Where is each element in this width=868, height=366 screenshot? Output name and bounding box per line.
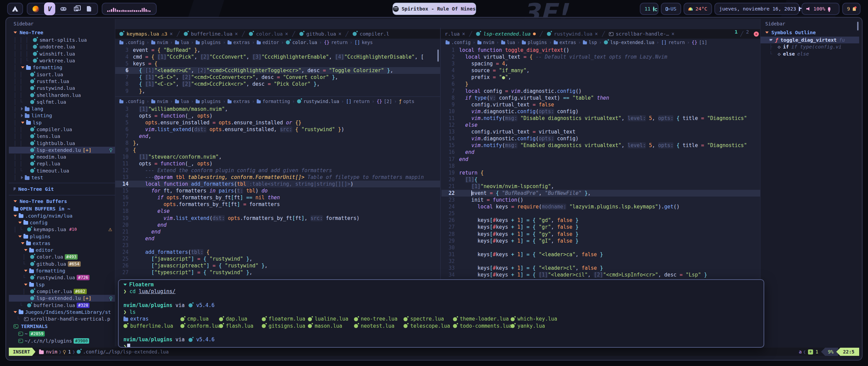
tree-row[interactable]: └ github.lua#654	[9, 261, 115, 267]
breadcrumb-item[interactable]: []keys	[355, 40, 373, 45]
code-line[interactable]: 30	[441, 244, 762, 251]
code-line[interactable]: 1local function toggle_diag_virtext()	[441, 47, 762, 54]
breadcrumb-item[interactable]: nvim	[151, 99, 168, 104]
code-line[interactable]: 32	[441, 258, 762, 265]
section-header-terminals[interactable]: >_TERMINALS	[9, 322, 115, 330]
tree-row[interactable]: │ │ lens.lua	[9, 133, 115, 140]
terminal-line[interactable]	[123, 329, 764, 336]
scrollbar-handle[interactable]	[437, 49, 439, 62]
code-line[interactable]: 13 config.virtual_text = virtual_text	[441, 128, 762, 135]
code-line[interactable]: 23 init = function()	[441, 197, 762, 203]
file-listing-item[interactable]: lualine.lua	[308, 316, 354, 322]
section-header-symbols-outline[interactable]: Symbols Outline	[761, 28, 859, 37]
breadcrumb-item[interactable]: nvim	[151, 40, 168, 45]
tab-r-lua[interactable]: r.lua×	[441, 29, 469, 39]
breadcrumb-item[interactable]: {}[2]	[377, 99, 392, 104]
file-listing-item[interactable]: dap.lua	[219, 316, 262, 322]
scrollbar-handle[interactable]	[857, 22, 859, 30]
file-listing-item[interactable]: telescope.lua	[403, 323, 453, 329]
file-listing-item[interactable]: gitsigns.lua	[262, 323, 308, 329]
terminal-line[interactable]: extrascmp.luadap.luafloaterm.lualualine.…	[123, 316, 764, 322]
tab-close-icon[interactable]: ×	[671, 31, 674, 37]
breadcrumb-item[interactable]: .config	[119, 99, 144, 104]
tree-row[interactable]: └ scrollbar-handle-vertical.p	[9, 316, 115, 322]
code-line[interactable]: 24 local keys = require(modname: "lazyvi…	[441, 203, 762, 210]
file-listing-item[interactable]: spectre.lua	[403, 316, 453, 322]
symbol-item[interactable]: ƒtoggle_diag_virtextfu	[761, 37, 859, 43]
code-line[interactable]: 15 vim.notify(msg: "Enabled diagnostics …	[441, 142, 762, 149]
code-line[interactable]: 26 keys[#keys + 1] = { "gd", false }	[441, 217, 762, 224]
breadcrumb-item[interactable]: extras	[228, 99, 250, 104]
tab-github-lua[interactable]: github.lua×	[295, 29, 346, 39]
tab-close-icon[interactable]: ×	[462, 31, 465, 37]
tree-row[interactable]: │ linting	[9, 112, 115, 119]
tree-row[interactable]: │ lang	[9, 105, 115, 112]
tree-row[interactable]: │ color.lua#493	[9, 253, 115, 260]
section-header-neo-tree[interactable]: Neo-Tree	[9, 28, 115, 37]
tree-row[interactable]: config	[9, 219, 115, 226]
breadcrumb-item[interactable]: editor	[257, 40, 279, 45]
code-line[interactable]: 11 vim.notify(msg: "Disable diagnostics …	[441, 115, 762, 122]
code-line[interactable]: 19return {	[441, 169, 762, 176]
file-listing-item[interactable]: extras	[123, 316, 180, 322]
breadcrumb-item[interactable]: extras	[554, 40, 576, 45]
breadcrumb-item[interactable]: .config	[446, 40, 471, 45]
terminal-line[interactable]: ❯ ls	[123, 309, 764, 316]
code-line[interactable]: 27 ["typescript"] = { "rustywind" },	[115, 269, 440, 276]
code-line[interactable]: 27 keys[#keys + 1] = { "gr", false }	[441, 224, 762, 230]
tree-row[interactable]: │ │ shellharden.lua	[9, 92, 115, 98]
code-line[interactable]: 28 keys[#keys + 1] = { "gy", false }	[441, 231, 762, 238]
tab-close-icon[interactable]: ×	[285, 31, 288, 37]
section-header-neo-tree-git[interactable]: Neo-Tree Git	[9, 185, 115, 193]
code-line[interactable]: 26 ["javascriptreact"] = { "rustywind" }…	[115, 262, 440, 269]
breadcrumb-item[interactable]: {}return	[324, 40, 348, 45]
breadcrumb-item[interactable]: lua	[501, 40, 515, 45]
code-line[interactable]: 22 end	[115, 235, 440, 242]
file-listing-item[interactable]: mason.lua	[308, 323, 354, 329]
tree-row[interactable]: │ │ lsp-extended.lu[+]	[9, 147, 115, 154]
updates-widget[interactable]: 11	[640, 3, 658, 15]
breadcrumb-item[interactable]: lsp-extended.lua	[604, 40, 654, 45]
tree-row[interactable]: └ bufferline.lua#328	[9, 302, 115, 308]
tree-row[interactable]: │ │ │ undotree.lua	[9, 43, 115, 50]
keyboard-layout-widget[interactable]: US	[661, 3, 681, 15]
breadcrumb-item[interactable]: nvim	[477, 40, 494, 45]
code-line[interactable]: 7 { [1]"<S-C>", [2]"<cmd>CccConvert<cr>"…	[115, 74, 440, 81]
terminal-line[interactable]: nvim/lua/plugins via v5.4.6	[123, 336, 764, 343]
code-line[interactable]: 25 ["javascript"] = { "rustywind" },	[115, 256, 440, 262]
terminal-line[interactable]: ❯	[123, 343, 764, 348]
tree-row[interactable]: lsp	[9, 281, 115, 288]
code-line[interactable]: 6 vim.list_extend(dst: opts.ensure_insta…	[115, 126, 440, 133]
tree-row[interactable]: Juegos/Indies/SteamLibrary/st	[9, 309, 115, 316]
code-line[interactable]: 17end	[441, 156, 762, 163]
code-line[interactable]: 15 for ft, formatters in pairs(t: tbl) d…	[115, 187, 440, 194]
tree-row[interactable]: │ test	[9, 174, 115, 181]
tree-row[interactable]: .config/nvim/lua	[9, 212, 115, 219]
code-line[interactable]: 7 end,	[115, 133, 440, 140]
editor-window-rustywind-lua[interactable]: 3 [1]"williamboman/mason.nvim",4 opts = …	[115, 106, 440, 279]
tab-scrollbar-handle-[interactable]: scrollbar-handle-…×	[605, 29, 678, 39]
tab-bufferline-lua[interactable]: bufferline.lua×	[180, 29, 242, 39]
breadcrumb-item[interactable]: []return	[346, 99, 370, 104]
code-line[interactable]: 24 add_formatters(tbl: {	[115, 249, 440, 256]
breadcrumb-item[interactable]: plugins	[196, 40, 221, 45]
code-line[interactable]: 20 end	[115, 222, 440, 228]
breadcrumb-item[interactable]: color.lua	[286, 40, 317, 45]
floaterm-window[interactable]: Floaterm❯ cd lua/plugins/ nvim/lua/plugi…	[118, 279, 764, 348]
breadcrumb-item[interactable]: formatting	[257, 99, 290, 104]
tree-row[interactable]: │ lsp	[9, 119, 115, 126]
tree-row[interactable]: └ lsp-extended.lu[+]	[9, 295, 115, 302]
file-manager-icon[interactable]	[85, 4, 93, 14]
breadcrumb-item[interactable]: lua	[175, 99, 189, 104]
symbol-item[interactable]: ├ ◇ifif type(config.vi	[761, 43, 859, 50]
file-listing-item[interactable]: yanky.lua	[511, 323, 561, 329]
code-line[interactable]: 9 },	[115, 88, 440, 95]
volume-widget[interactable]: 100%	[802, 3, 840, 15]
tree-row[interactable]: │ │ isort.lua	[9, 71, 115, 78]
code-line[interactable]: 18	[441, 163, 762, 169]
tree-row[interactable]: │ │ │ winshift.lua	[9, 50, 115, 57]
code-line[interactable]: 5keys = {	[115, 60, 440, 67]
editor-window-lsp-extended-lua[interactable]: 1local function toggle_diag_virtext()2 l…	[441, 47, 762, 280]
code-line[interactable]: 21 end	[115, 228, 440, 235]
code-line[interactable]: 13 ---@param tbl table<string, conform.F…	[115, 174, 440, 181]
